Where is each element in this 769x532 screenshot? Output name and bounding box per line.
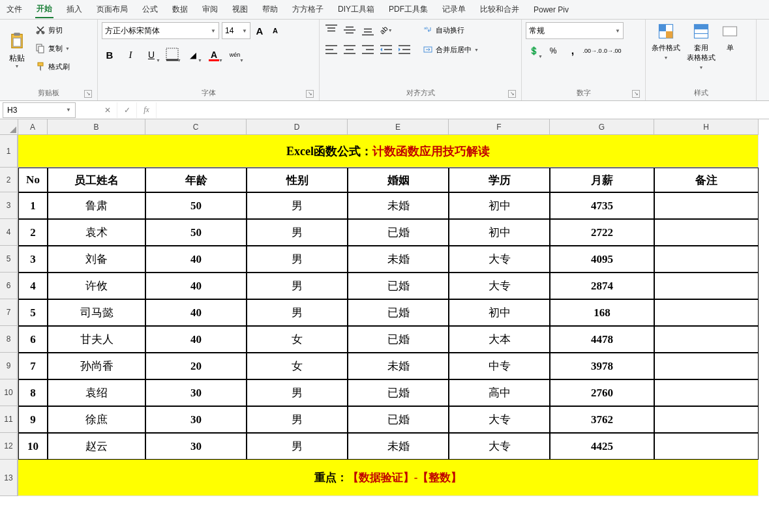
currency-button[interactable]: 💲▼ <box>526 43 541 59</box>
number-launcher[interactable]: ↘ <box>632 90 640 98</box>
wrap-text-button[interactable]: ab 自动换行 <box>420 22 481 38</box>
data-cell[interactable]: 5 <box>18 299 48 326</box>
increase-font-button[interactable]: A <box>253 22 266 39</box>
row-header[interactable]: 13 <box>0 460 18 496</box>
comma-button[interactable]: , <box>565 43 581 59</box>
data-cell[interactable]: 男 <box>247 379 348 406</box>
data-cell[interactable]: 20 <box>145 353 247 379</box>
data-cell[interactable]: 已婚 <box>348 299 449 326</box>
data-cell[interactable]: 大专 <box>449 433 550 460</box>
row-header[interactable]: 4 <box>0 219 18 246</box>
formula-input[interactable] <box>157 102 769 118</box>
row-header[interactable]: 12 <box>0 433 18 460</box>
data-cell[interactable]: 未婚 <box>348 192 449 219</box>
data-cell[interactable]: 徐庶 <box>48 406 145 433</box>
font-color-button[interactable]: A▼ <box>206 47 222 63</box>
menu-data[interactable]: 数据 <box>171 1 189 18</box>
menu-formulas[interactable]: 公式 <box>141 1 159 18</box>
menu-record[interactable]: 记录单 <box>441 1 467 18</box>
data-cell[interactable]: 4735 <box>550 192 654 219</box>
align-left-button[interactable] <box>324 42 339 57</box>
data-cell[interactable]: 30 <box>145 406 247 433</box>
italic-button[interactable]: I <box>123 47 138 63</box>
data-cell[interactable]: 已婚 <box>348 406 449 433</box>
pinyin-button[interactable]: wén▼ <box>227 47 243 63</box>
font-name-combo[interactable]: 方正小标宋简体 ▼ <box>102 22 219 39</box>
data-cell[interactable]: 6 <box>18 326 48 353</box>
orientation-button[interactable]: ab▼ <box>378 22 394 38</box>
header-cell[interactable]: 员工姓名 <box>48 168 145 192</box>
data-cell[interactable]: 3978 <box>550 353 654 379</box>
data-cell[interactable]: 已婚 <box>348 379 449 406</box>
cell-style-button[interactable]: 单 <box>720 22 740 53</box>
data-cell[interactable]: 40 <box>145 273 247 299</box>
data-cell[interactable]: 30 <box>145 433 247 460</box>
underline-button[interactable]: U▼ <box>143 47 159 63</box>
data-cell[interactable]: 袁术 <box>48 219 145 246</box>
header-cell[interactable]: 备注 <box>654 168 759 192</box>
align-top-button[interactable] <box>324 22 339 38</box>
header-cell[interactable]: No <box>18 168 48 192</box>
menu-view[interactable]: 视图 <box>231 1 249 18</box>
footer-cell[interactable]: 重点： 【数据验证】-【整数】 <box>18 460 759 496</box>
data-cell[interactable] <box>654 379 759 406</box>
data-cell[interactable]: 7 <box>18 353 48 379</box>
bold-button[interactable]: B <box>102 47 117 63</box>
data-cell[interactable] <box>654 246 759 273</box>
cells-area[interactable]: Excel函数公式： 计数函数应用技巧解读 No员工姓名年龄性别婚姻学历月薪备注… <box>18 135 759 496</box>
menu-review[interactable]: 审阅 <box>201 1 219 18</box>
data-cell[interactable] <box>654 192 759 219</box>
menu-file[interactable]: 文件 <box>5 1 23 18</box>
menu-pdf[interactable]: PDF工具集 <box>387 1 429 18</box>
header-cell[interactable]: 学历 <box>449 168 550 192</box>
row-header[interactable]: 11 <box>0 406 18 433</box>
menu-help[interactable]: 帮助 <box>261 1 279 18</box>
conditional-format-button[interactable]: 条件格式 ▼ <box>650 22 682 60</box>
menu-diy[interactable]: DIY工具箱 <box>337 1 376 18</box>
header-cell[interactable]: 婚姻 <box>348 168 449 192</box>
data-cell[interactable]: 鲁肃 <box>48 192 145 219</box>
data-cell[interactable]: 初中 <box>449 192 550 219</box>
data-cell[interactable]: 男 <box>247 433 348 460</box>
menu-compare[interactable]: 比较和合并 <box>479 1 520 18</box>
data-cell[interactable] <box>654 219 759 246</box>
data-cell[interactable]: 40 <box>145 326 247 353</box>
menu-fanggezi[interactable]: 方方格子 <box>291 1 325 18</box>
row-header[interactable]: 9 <box>0 353 18 379</box>
data-cell[interactable]: 男 <box>247 273 348 299</box>
data-cell[interactable]: 10 <box>18 433 48 460</box>
data-cell[interactable]: 大专 <box>449 246 550 273</box>
data-cell[interactable]: 男 <box>247 299 348 326</box>
number-format-combo[interactable]: 常规 ▼ <box>526 22 624 39</box>
data-cell[interactable] <box>654 326 759 353</box>
header-cell[interactable]: 性别 <box>247 168 348 192</box>
paste-button[interactable]: 粘贴 ▼ <box>4 22 30 78</box>
data-cell[interactable]: 2 <box>18 219 48 246</box>
data-cell[interactable]: 孙尚香 <box>48 353 145 379</box>
align-middle-button[interactable] <box>342 22 357 38</box>
data-cell[interactable]: 赵云 <box>48 433 145 460</box>
data-cell[interactable]: 4425 <box>550 433 654 460</box>
data-cell[interactable]: 4095 <box>550 246 654 273</box>
col-header-f[interactable]: F <box>449 119 550 135</box>
data-cell[interactable] <box>654 406 759 433</box>
row-header[interactable]: 5 <box>0 246 18 273</box>
select-all-corner[interactable] <box>0 119 18 135</box>
row-header[interactable]: 8 <box>0 326 18 353</box>
col-header-e[interactable]: E <box>348 119 449 135</box>
increase-indent-button[interactable] <box>397 42 412 57</box>
col-header-b[interactable]: B <box>48 119 145 135</box>
data-cell[interactable] <box>654 273 759 299</box>
align-center-button[interactable] <box>342 42 357 57</box>
col-header-a[interactable]: A <box>18 119 48 135</box>
data-cell[interactable]: 高中 <box>449 379 550 406</box>
row-header[interactable]: 3 <box>0 192 18 219</box>
fx-button[interactable]: fx <box>137 102 157 118</box>
data-cell[interactable] <box>654 353 759 379</box>
data-cell[interactable]: 已婚 <box>348 326 449 353</box>
clipboard-launcher[interactable]: ↘ <box>84 90 92 98</box>
data-cell[interactable]: 50 <box>145 219 247 246</box>
data-cell[interactable]: 已婚 <box>348 219 449 246</box>
data-cell[interactable]: 30 <box>145 379 247 406</box>
data-cell[interactable] <box>654 433 759 460</box>
